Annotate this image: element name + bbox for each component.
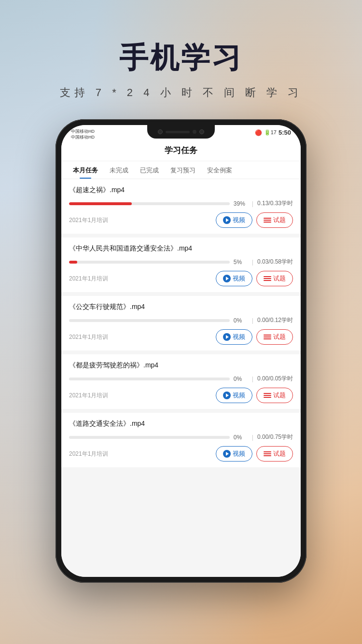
progress-bg-3 bbox=[69, 319, 230, 322]
status-right: 🔴 🔋17 5:50 bbox=[255, 129, 291, 136]
app-header: 学习任务 bbox=[61, 142, 301, 161]
play-triangle-2 bbox=[226, 277, 229, 280]
carrier1: 中国移动HD bbox=[71, 129, 95, 135]
exam-btn-1[interactable]: 试题 bbox=[256, 212, 293, 228]
progress-text-2: 5% bbox=[234, 259, 248, 266]
progress-fill-1 bbox=[69, 202, 132, 205]
btn-group-2: 视频 试题 bbox=[216, 271, 293, 286]
action-row-4: 2021年1月培训 视频 bbox=[69, 388, 293, 403]
bluetooth-icon: 🔴 bbox=[255, 129, 262, 136]
notch-speaker bbox=[166, 131, 190, 133]
notch-dot bbox=[193, 130, 196, 134]
course-card-4: 《都是疲劳驾驶惹的祸》.mp4 0% | 0.00/0.05学时 2021年1月… bbox=[61, 354, 301, 409]
video-btn-2[interactable]: 视频 bbox=[216, 271, 252, 286]
btn-group-1: 视频 试题 bbox=[216, 212, 293, 228]
exam-btn-3[interactable]: 试题 bbox=[256, 329, 293, 345]
tab-this-month[interactable]: 本月任务 bbox=[67, 161, 104, 179]
list-icon-1 bbox=[264, 216, 271, 224]
course-title-3: 《公交车行驶规范》.mp4 bbox=[69, 303, 293, 311]
progress-row-1: 39% | 0.13/0.33学时 bbox=[69, 199, 293, 208]
course-card-5: 《道路交通安全法》.mp4 0% | 0.00/0.75学时 2021年1月培训 bbox=[61, 413, 301, 467]
list-icon-5 bbox=[264, 450, 271, 458]
exam-btn-2[interactable]: 试题 bbox=[256, 271, 293, 286]
progress-text-3: 0% bbox=[234, 317, 248, 324]
btn-group-5: 视频 试题 bbox=[216, 446, 293, 462]
progress-row-3: 0% | 0.00/0.12学时 bbox=[69, 316, 293, 324]
phone-inner: 中国移动HD 中国移动HD 🔴 🔋17 5:50 学习任务 bbox=[61, 125, 301, 577]
progress-bg-5 bbox=[69, 436, 230, 439]
progress-row-5: 0% | 0.00/0.75学时 bbox=[69, 433, 293, 441]
date-1: 2021年1月培训 bbox=[69, 216, 108, 224]
play-triangle-5 bbox=[226, 452, 229, 456]
header-section: 手机学习 支持 7 * 2 4 小 时 不 间 断 学 习 bbox=[60, 0, 303, 100]
progress-bg-2 bbox=[69, 261, 230, 264]
video-btn-3[interactable]: 视频 bbox=[216, 329, 252, 345]
course-card-1: 《超速之祸》.mp4 39% | 0.13/0.33学时 2021年1月培训 bbox=[61, 179, 301, 234]
progress-text-1: 39% bbox=[234, 200, 248, 207]
hours-1: 0.13/0.33学时 bbox=[257, 199, 293, 208]
main-title: 手机学习 bbox=[60, 39, 303, 78]
course-card-2: 《中华人民共和国道路交通安全法》.mp4 5% | 0.03/0.58学时 20… bbox=[61, 238, 301, 292]
course-title-1: 《超速之祸》.mp4 bbox=[69, 186, 293, 195]
date-4: 2021年1月培训 bbox=[69, 392, 108, 400]
status-left: 中国移动HD 中国移动HD bbox=[71, 129, 95, 140]
hours-5: 0.00/0.75学时 bbox=[257, 433, 293, 441]
list-icon-4 bbox=[264, 392, 271, 399]
date-2: 2021年1月培训 bbox=[69, 275, 108, 283]
course-title-5: 《道路交通安全法》.mp4 bbox=[69, 420, 293, 428]
play-triangle-1 bbox=[226, 218, 229, 222]
exam-btn-4[interactable]: 试题 bbox=[256, 388, 293, 403]
date-3: 2021年1月培训 bbox=[69, 333, 108, 341]
play-icon-4 bbox=[223, 392, 231, 399]
hours-3: 0.00/0.12学时 bbox=[257, 316, 293, 324]
progress-fill-2 bbox=[69, 261, 77, 264]
action-row-3: 2021年1月培训 视频 bbox=[69, 329, 293, 345]
date-5: 2021年1月培训 bbox=[69, 450, 108, 458]
progress-text-4: 0% bbox=[234, 376, 248, 382]
play-icon-5 bbox=[223, 450, 231, 458]
tab-incomplete[interactable]: 未完成 bbox=[104, 161, 134, 179]
hours-2: 0.03/0.58学时 bbox=[257, 258, 293, 266]
notch-camera2 bbox=[199, 129, 204, 134]
time-display: 5:50 bbox=[278, 129, 291, 136]
play-icon-3 bbox=[223, 333, 231, 341]
progress-row-2: 5% | 0.03/0.58学时 bbox=[69, 258, 293, 266]
video-btn-5[interactable]: 视频 bbox=[216, 446, 252, 462]
play-icon-1 bbox=[223, 216, 231, 224]
course-title-2: 《中华人民共和国道路交通安全法》.mp4 bbox=[69, 244, 293, 253]
progress-bg-4 bbox=[69, 378, 230, 380]
course-title-4: 《都是疲劳驾驶惹的祸》.mp4 bbox=[69, 361, 293, 370]
action-row-5: 2021年1月培训 视频 bbox=[69, 446, 293, 462]
action-row-1: 2021年1月培训 视频 bbox=[69, 212, 293, 228]
exam-btn-5[interactable]: 试题 bbox=[256, 446, 293, 462]
phone-mockup: 中国移动HD 中国移动HD 🔴 🔋17 5:50 学习任务 bbox=[56, 119, 306, 583]
action-row-2: 2021年1月培训 视频 bbox=[69, 271, 293, 286]
progress-bg-1 bbox=[69, 202, 230, 205]
hours-4: 0.00/0.05学时 bbox=[257, 375, 293, 383]
tab-safety[interactable]: 安全例案 bbox=[201, 161, 238, 179]
btn-group-4: 视频 试题 bbox=[216, 388, 293, 403]
video-btn-1[interactable]: 视频 bbox=[216, 212, 252, 228]
sub-title: 支持 7 * 2 4 小 时 不 间 断 学 习 bbox=[60, 85, 303, 100]
notch-camera bbox=[158, 129, 163, 134]
progress-text-5: 0% bbox=[234, 434, 248, 441]
phone-notch bbox=[147, 125, 215, 139]
tab-review[interactable]: 复习预习 bbox=[165, 161, 201, 179]
tabs-bar: 本月任务 未完成 已完成 复习预习 安全例案 bbox=[61, 161, 301, 179]
phone-screen: 中国移动HD 中国移动HD 🔴 🔋17 5:50 学习任务 bbox=[61, 125, 301, 577]
btn-group-3: 视频 试题 bbox=[216, 329, 293, 345]
course-card-3: 《公交车行驶规范》.mp4 0% | 0.00/0.12学时 2021年1月培训 bbox=[61, 296, 301, 350]
app-title: 学习任务 bbox=[165, 146, 197, 155]
carrier2: 中国移动HD bbox=[71, 135, 95, 140]
list-icon-3 bbox=[264, 333, 271, 341]
battery-label: 🔋17 bbox=[264, 129, 277, 136]
play-triangle-3 bbox=[226, 335, 229, 339]
content-wrapper: 手机学习 支持 7 * 2 4 小 时 不 间 断 学 习 中国移动HD 中国移… bbox=[0, 0, 362, 644]
play-icon-2 bbox=[223, 275, 231, 282]
video-btn-4[interactable]: 视频 bbox=[216, 388, 252, 403]
course-list: 《超速之祸》.mp4 39% | 0.13/0.33学时 2021年1月培训 bbox=[61, 179, 301, 577]
tab-completed[interactable]: 已完成 bbox=[134, 161, 165, 179]
list-icon-2 bbox=[264, 275, 271, 282]
progress-row-4: 0% | 0.00/0.05学时 bbox=[69, 375, 293, 383]
play-triangle-4 bbox=[226, 393, 229, 397]
